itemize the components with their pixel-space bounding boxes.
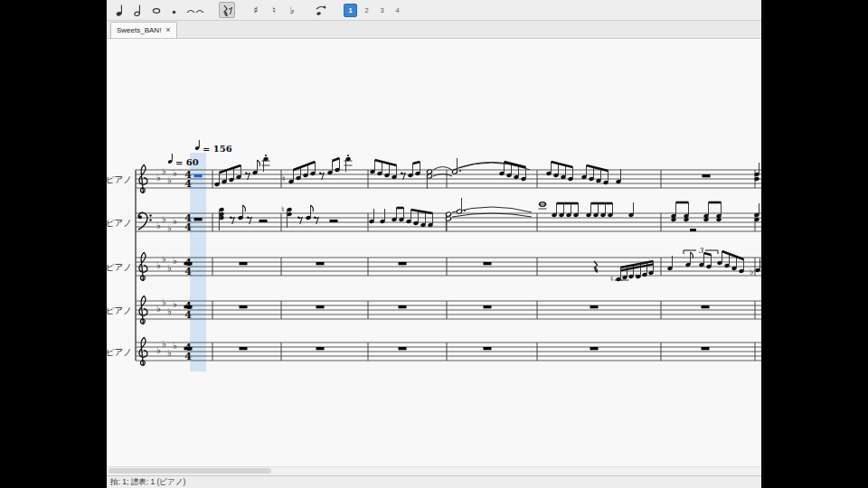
half-note-button[interactable] [130,2,146,18]
key-flat: ♭ [156,260,161,270]
triplet-digit: 3 [698,247,703,255]
staff-label: ピアノ [107,174,132,184]
sharp-button[interactable]: ♯ [248,2,264,18]
half-note-icon [133,4,144,17]
key-flat: ♭ [167,175,172,185]
key-flat: ♭ [162,214,166,224]
staff-label: ピアノ [107,218,132,228]
augmentation-dot-button[interactable] [166,2,183,18]
staff-label: ピアノ [107,262,132,272]
staff-label: ピアノ [107,347,132,357]
svg-text:♮: ♮ [635,271,637,281]
key-flat: ♭ [167,223,172,233]
key-flat: ♭ [173,256,177,266]
tab-close-icon[interactable]: × [165,26,170,34]
key-flat: ♭ [173,341,177,351]
svg-text:♮: ♮ [282,174,285,183]
quarter-note-button[interactable] [112,2,128,18]
voice-2-button[interactable]: 2 [361,5,373,16]
sharp-icon: ♯ [253,5,258,15]
whole-note-icon [151,4,163,17]
natural-icon: ♮ [272,5,276,15]
time-signature-digit: 4 [184,309,192,321]
horizontal-scrollbar[interactable] [107,466,761,475]
staff-2-notes[interactable]: ♮ [194,198,760,231]
tempo-intro-text: = 60 [175,157,199,167]
key-flat: ♭ [167,263,172,273]
scrollbar-thumb[interactable] [108,468,271,474]
rest-button[interactable] [219,2,235,18]
augmentation-dot-icon [169,4,180,17]
voice-3-button[interactable]: 3 [376,5,388,16]
status-bar: 拍: 1; 譜表: 1 (ピアノ) [107,475,761,488]
document-tab-bar: Sweets_BAN! × [107,21,761,39]
app-window: ♯ ♮ ♭ 1 2 3 4 Sweets_BAN! × [107,0,761,488]
key-flat: ♭ [162,254,166,264]
score-area: ピアノ♭♭♭♭44ピアノ♭♭♭♭44ピアノ♭♭♭♭44ピアノ♭♭♭♭44ピアノ♭… [107,39,761,466]
time-signature-digit: 4 [184,266,192,277]
tie-button[interactable] [184,2,206,18]
time-signature-digit: 4 [184,221,192,233]
tie-icon [185,4,205,17]
key-flat: ♭ [156,173,161,183]
key-flat: ♭ [173,168,177,178]
time-signature-digit: 4 [184,351,192,362]
staff-3-notes[interactable]: ♮♮3♭ [184,247,761,284]
natural-button[interactable]: ♮ [266,2,282,18]
screenshot-stage: ♯ ♮ ♭ 1 2 3 4 Sweets_BAN! × [0,0,868,488]
key-flat: ♭ [162,339,166,349]
note-input-toolbar: ♯ ♮ ♭ 1 2 3 4 [107,0,761,21]
rest-icon [221,4,233,17]
key-flat: ♭ [162,297,166,307]
tempo-main[interactable]: = 156 [194,140,232,154]
key-flat: ♭ [162,166,166,176]
svg-text:♮: ♮ [281,204,284,214]
staff-label: ピアノ [107,305,132,315]
flip-direction-button[interactable] [313,2,329,18]
tab-title: Sweets_BAN! [117,26,161,34]
voice-4-button[interactable]: 4 [392,5,403,16]
key-flat: ♭ [167,306,172,316]
score-canvas[interactable]: ピアノ♭♭♭♭44ピアノ♭♭♭♭44ピアノ♭♭♭♭44ピアノ♭♭♭♭44ピアノ♭… [107,39,761,466]
svg-text:♮: ♮ [610,274,613,284]
tempo-main-text: = 156 [203,144,232,154]
key-flat: ♭ [173,216,177,226]
voice-1-button[interactable]: 1 [344,4,357,17]
key-flat: ♭ [173,299,177,309]
key-flat: ♭ [156,221,161,230]
flat-button[interactable]: ♭ [284,2,300,18]
key-flat: ♭ [156,345,161,355]
quarter-note-icon [115,4,126,17]
flip-direction-icon [315,4,328,17]
tab-sweets-ban[interactable]: Sweets_BAN! × [110,22,177,38]
svg-text:♭: ♭ [750,267,753,277]
status-text: 拍: 1; 譜表: 1 (ピアノ) [110,477,185,488]
flat-icon: ♭ [289,5,294,15]
whole-note-button[interactable] [148,2,165,18]
key-flat: ♭ [156,304,161,314]
key-flat: ♭ [167,348,172,358]
time-signature-digit: 4 [184,178,192,190]
